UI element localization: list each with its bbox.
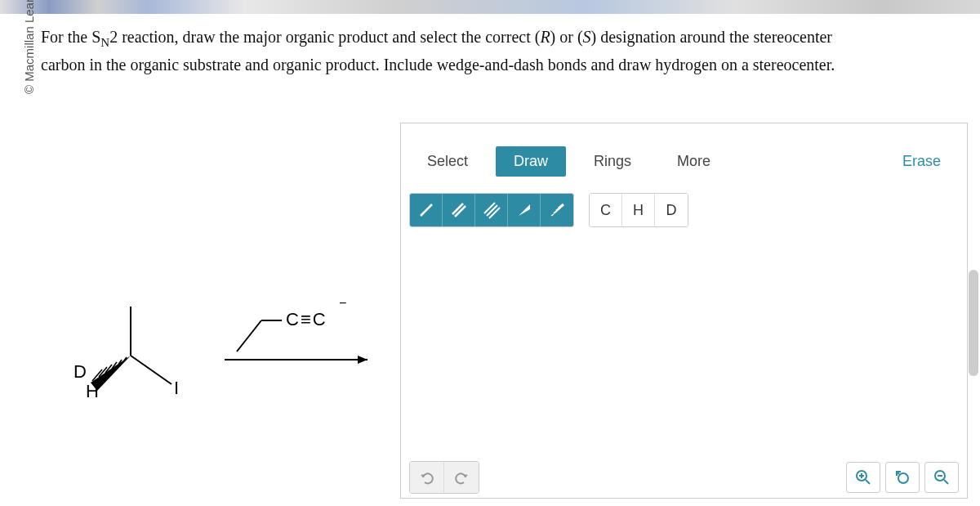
drawing-panel: Select Draw Rings More Erase — [400, 123, 968, 499]
question-or: ) or ( — [550, 28, 583, 46]
question-line1-prefix: For the S — [41, 28, 100, 46]
copyright-text: © Macmillan Learning — [22, 0, 36, 94]
label-H: H — [86, 381, 99, 401]
toolbar-tabs: Select Draw Rings More Erase — [409, 146, 959, 177]
atom-D-button[interactable]: D — [655, 194, 688, 226]
reaction-structure: D H I C≡C − — [45, 286, 388, 433]
svg-marker-12 — [358, 356, 368, 364]
redo-icon — [452, 468, 470, 486]
redo-button[interactable] — [444, 462, 479, 493]
svg-line-8 — [131, 356, 172, 384]
svg-line-13 — [421, 204, 432, 216]
charge-label: − — [339, 296, 346, 310]
tab-select[interactable]: Select — [409, 146, 486, 177]
zoom-in-button[interactable] — [846, 462, 880, 493]
zoom-group — [846, 462, 959, 493]
top-decoration — [0, 0, 980, 14]
svg-line-17 — [487, 205, 497, 216]
question-S: S — [583, 28, 591, 46]
bond-type-group — [409, 193, 574, 227]
svg-line-23 — [559, 204, 564, 208]
svg-marker-19 — [519, 204, 530, 216]
svg-line-27 — [866, 480, 870, 484]
question-subscript: N — [100, 36, 109, 49]
tab-rings[interactable]: Rings — [576, 146, 649, 177]
toolbar-bonds: C H D — [409, 193, 959, 227]
atom-C-button[interactable]: C — [590, 194, 622, 226]
double-bond-icon[interactable] — [443, 194, 475, 226]
label-I: I — [174, 378, 179, 398]
atom-group: C H D — [589, 193, 688, 227]
label-D: D — [74, 361, 87, 382]
dash-bond-icon[interactable] — [541, 194, 573, 226]
bottom-toolbar — [409, 461, 959, 494]
undo-icon — [418, 468, 436, 486]
undo-button[interactable] — [410, 462, 444, 493]
zoom-reset-button[interactable] — [885, 462, 920, 493]
tab-draw[interactable]: Draw — [496, 146, 566, 177]
question-line2: carbon in the organic substrate and orga… — [41, 56, 835, 74]
question-line1-after: 2 reaction, draw the major organic produ… — [109, 28, 540, 46]
tab-more[interactable]: More — [659, 146, 728, 177]
svg-line-18 — [489, 208, 500, 218]
svg-line-20 — [551, 214, 554, 216]
svg-line-16 — [484, 203, 495, 213]
svg-line-9 — [237, 320, 261, 352]
zoom-in-icon — [854, 468, 872, 486]
wedge-bond-icon[interactable] — [508, 194, 541, 226]
zoom-out-icon — [933, 468, 951, 486]
single-bond-icon[interactable] — [410, 194, 443, 226]
svg-line-33 — [944, 480, 948, 484]
nucleophile-label: C≡C — [286, 309, 327, 329]
svg-point-30 — [898, 473, 908, 483]
tab-erase[interactable]: Erase — [884, 146, 959, 177]
undo-redo-group — [409, 461, 479, 494]
triple-bond-icon[interactable] — [475, 194, 508, 226]
drawing-canvas[interactable] — [409, 234, 959, 453]
question-prompt: For the SN2 reaction, draw the major org… — [41, 25, 964, 78]
question-R: R — [540, 28, 550, 46]
atom-H-button[interactable]: H — [622, 194, 655, 226]
zoom-reset-icon — [893, 468, 911, 486]
scrollbar-thumb[interactable] — [969, 270, 978, 376]
question-line1-suffix: ) designation around the stereocenter — [591, 28, 832, 46]
zoom-out-button[interactable] — [924, 462, 959, 493]
